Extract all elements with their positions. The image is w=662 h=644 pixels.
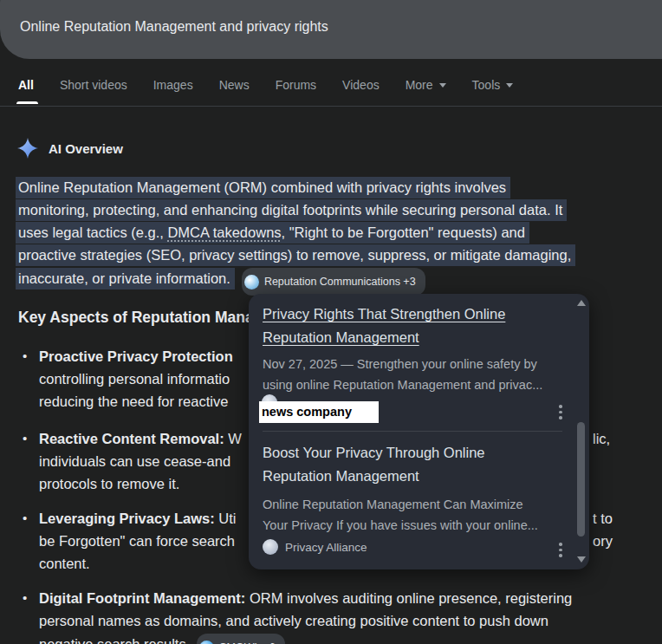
bullet-marker: • [23, 507, 27, 530]
bullet-digital-footprint: • Digital Footprint Management: ORM invo… [18, 587, 646, 644]
tab-more[interactable]: More [406, 78, 446, 92]
ai-overview-title: AI Overview [49, 141, 123, 156]
tab-short-videos[interactable]: Short videos [60, 78, 127, 92]
source-name: Privacy Alliance [285, 541, 367, 554]
search-input[interactable]: Online Reputation Management and privacy… [20, 19, 328, 35]
ai-summary-paragraph: Online Reputation Management (ORM) combi… [18, 176, 575, 289]
occluded-text-fragment: lic, [593, 427, 610, 450]
scroll-up-arrow-icon[interactable] [577, 300, 586, 306]
source-annotation-overlay: news company [259, 401, 379, 423]
popup-scrollbar-thumb[interactable] [577, 422, 585, 537]
summary-line: inaccurate, or private information.Reput… [18, 266, 575, 289]
summary-line: Online Reputation Management (ORM) combi… [18, 176, 575, 198]
occluded-text-fragment: ory [593, 530, 613, 552]
bullet-marker: • [23, 427, 27, 450]
search-bar[interactable]: Online Reputation Management and privacy… [0, 0, 662, 59]
chevron-down-icon [439, 83, 446, 88]
globe-favicon-icon [263, 539, 278, 555]
summary-line: monitoring, protecting, and enhancing di… [18, 198, 575, 221]
dmca-takedowns-link[interactable]: DMCA takedowns [167, 224, 281, 240]
tabs-divider [0, 106, 662, 107]
popup-result-title-link[interactable]: Privacy Rights That Strengthen Online Re… [263, 302, 505, 349]
tab-videos[interactable]: Videos [342, 78, 380, 92]
tab-forums[interactable]: Forums [276, 78, 316, 92]
ai-sparkle-icon [17, 138, 38, 159]
more-options-icon[interactable] [557, 403, 564, 421]
more-options-icon[interactable] [557, 541, 564, 559]
tab-images[interactable]: Images [153, 78, 193, 92]
ai-overview-header: AI Overview [17, 138, 123, 159]
scroll-down-arrow-icon[interactable] [577, 556, 586, 563]
occluded-text-fragment: t to [593, 507, 613, 530]
popup-divider [263, 431, 562, 432]
active-tab-underline [16, 101, 38, 104]
summary-line: uses legal tactics (e.g., DMCA takedowns… [18, 221, 575, 244]
result-tabs: All Short videos Images News Forums Vide… [18, 78, 513, 92]
popup-result-title[interactable]: Boost Your Privacy Through Online Reputa… [263, 441, 485, 488]
citation-chip[interactable]: SMOWL +6 [197, 634, 284, 644]
popup-result-snippet: Online Reputation Management Can Maximiz… [263, 494, 538, 536]
citations-popup: Privacy Rights That Strengthen Online Re… [249, 294, 589, 569]
summary-line: proactive strategies (SEO, privacy setti… [18, 244, 575, 266]
section-heading: Key Aspects of Reputation Mana [18, 309, 254, 327]
citation-chip[interactable]: Reputation Communications +3 [242, 268, 425, 296]
tab-news[interactable]: News [219, 78, 250, 92]
tab-all[interactable]: All [18, 78, 34, 92]
tab-tools[interactable]: Tools [472, 78, 514, 92]
popup-result-snippet: Nov 27, 2025 — Strengthen your online sa… [263, 354, 542, 395]
smowl-favicon-icon [199, 641, 214, 644]
bullet-marker: • [23, 587, 27, 609]
reputation-communications-favicon-icon [244, 275, 259, 289]
chevron-down-icon [506, 83, 513, 88]
bullet-marker: • [23, 345, 27, 368]
